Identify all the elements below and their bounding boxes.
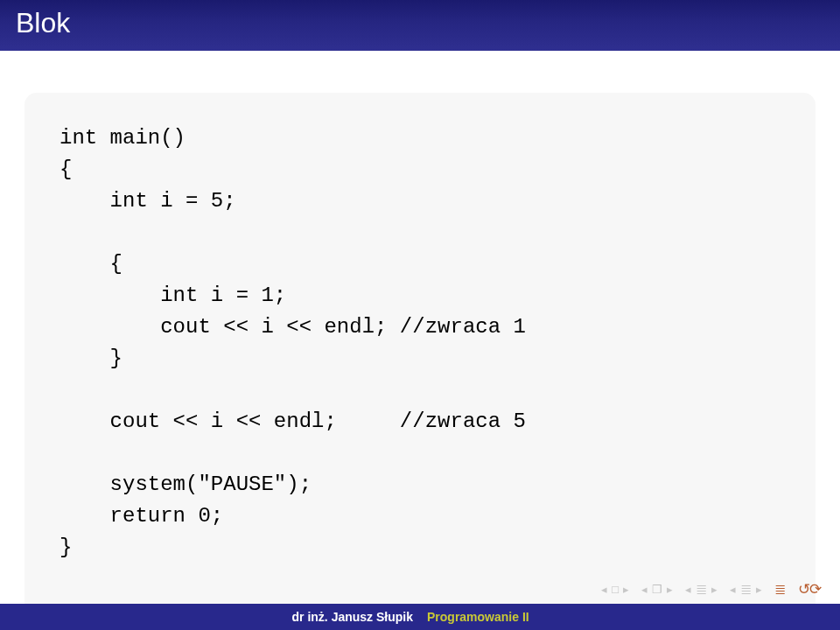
nav-frame-icon: □ [612,583,619,596]
nav-presentation-icon[interactable]: ≣ [774,581,786,598]
code-line: } [60,532,780,564]
nav-prev-icon: ◂ [730,583,736,596]
nav-subsection-group[interactable]: ◂ ❐ ▸ [641,583,673,596]
nav-next-icon: ▸ [756,583,762,596]
code-line: cout << i << endl; //zwraca 1 [60,312,780,343]
code-line: int i = 1; [60,280,780,312]
code-line: system("PAUSE"); [60,469,780,500]
nav-section-icon: ≣ [696,581,707,598]
slide-footer: dr inż. Janusz Słupik Programowanie II [0,604,840,630]
nav-next-icon: ▸ [667,583,673,596]
nav-prev-icon: ◂ [601,583,607,596]
nav-next-icon: ▸ [711,583,718,596]
code-line [60,374,780,406]
footer-author: dr inż. Janusz Słupik [0,610,420,624]
code-line: int main() [60,122,780,154]
nav-loop-icon[interactable]: ↺⟳ [798,580,821,598]
nav-first-group[interactable]: ◂ □ ▸ [601,583,629,596]
footer-title: Programowanie II [420,610,840,624]
code-line: return 0; [60,500,780,532]
nav-next-icon: ▸ [623,583,629,596]
code-line [60,217,780,248]
code-line: int i = 5; [60,186,780,217]
code-line [60,438,780,469]
code-line: { [60,154,780,186]
code-line: { [60,248,780,280]
code-line: } [60,343,780,374]
nav-prev-icon: ◂ [685,583,691,596]
nav-subsection-icon: ❐ [652,583,662,596]
nav-doc-group[interactable]: ◂ ≣ ▸ [730,581,762,598]
slide-header: Blok [0,0,840,51]
beamer-nav: ◂ □ ▸ ◂ ❐ ▸ ◂ ≣ ▸ ◂ ≣ ▸ ≣ ↺⟳ [601,580,821,598]
nav-doc-icon: ≣ [740,581,752,598]
slide-title: Blok [16,7,824,39]
nav-section-group[interactable]: ◂ ≣ ▸ [685,581,718,598]
code-line: cout << i << endl; //zwraca 5 [60,406,780,438]
nav-prev-icon: ◂ [641,583,648,596]
code-panel: int main() { int i = 5; { int i = 1; cou… [24,93,816,618]
